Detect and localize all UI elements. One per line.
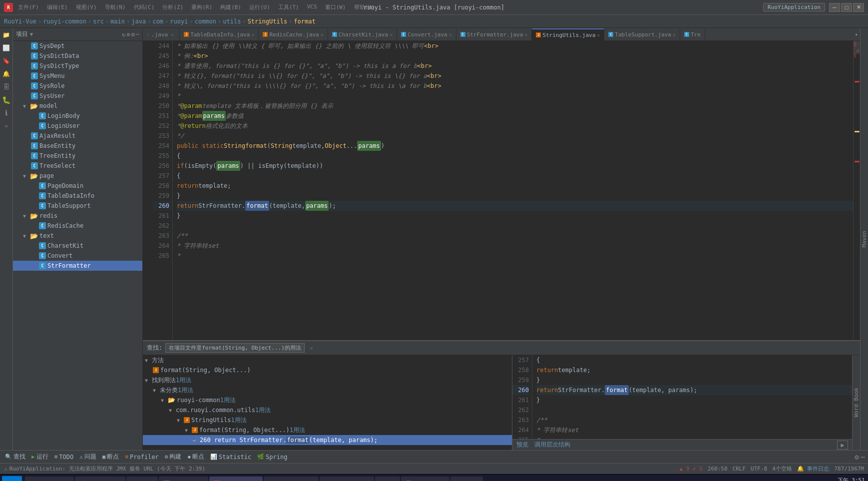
maximize-btn[interactable]: □ [841, 3, 852, 12]
maven-sidebar[interactable]: Maven [860, 28, 868, 450]
tree-class-stringutils[interactable]: ▼ J StringUtils 1用法 [143, 415, 512, 425]
toolbar-run[interactable]: ▶ 运行 [29, 452, 50, 462]
breadcrumb-item-6[interactable]: ruoyi [170, 18, 188, 25]
toolbar-todo[interactable]: ≡ TODO [52, 452, 76, 462]
tab-stringutils[interactable]: J StringUtils.java ✕ [532, 28, 604, 40]
notification-icon[interactable]: 🔔 [1, 69, 11, 79]
menu-analyze[interactable]: 分析(Z) [160, 3, 185, 11]
menu-build[interactable]: 构建(B) [218, 3, 243, 11]
toolbar-breakpoints2[interactable]: ◆ 断点 [185, 452, 206, 462]
list-item[interactable]: C CharsetKit [13, 241, 142, 251]
tab-close-icon[interactable]: ✕ [390, 32, 393, 37]
tree-methods[interactable]: ▼ 方法 [143, 355, 512, 365]
menu-view[interactable]: 视图(V) [74, 3, 99, 11]
toolbar-profiler[interactable]: ≡ Profiler [123, 452, 160, 462]
tree-ruoyi-common[interactable]: ▼ 📂 ruoyi-common 1用法 [143, 395, 512, 405]
breadcrumb-item-2[interactable]: src [93, 18, 104, 25]
list-item[interactable]: C TableSupport [13, 201, 142, 211]
bookmark-icon[interactable]: 🔖 [1, 56, 11, 66]
tab-close-icon[interactable]: ✕ [524, 32, 527, 37]
toolbar-find[interactable]: 🔍 查找 [3, 452, 27, 462]
tree-unclassified[interactable]: ▼ 未分类 1用法 [143, 385, 512, 395]
breadcrumb-item-10[interactable]: format [294, 18, 315, 25]
encoding[interactable]: UTF-8 [751, 466, 767, 472]
bottom-code-area[interactable]: 257 258 259 260 261 262 263 264 265 [512, 355, 852, 439]
toolbar-problems[interactable]: ⚠ 问题 [77, 452, 98, 462]
taskbar-app-6[interactable]: 🗄 redis管理... [320, 477, 374, 481]
sidebar-collapse-icon[interactable]: ≡ [126, 31, 130, 38]
list-item[interactable]: C LoginUser [13, 121, 142, 131]
taskbar-app-3[interactable]: 📝 若依.md... [159, 477, 208, 481]
taskbar-app-7[interactable]: ⬇ 下载 [375, 477, 400, 481]
indent[interactable]: 4个空格 [772, 465, 792, 473]
list-item[interactable]: C TreeEntity [13, 151, 142, 161]
breadcrumb-item-5[interactable]: com [152, 18, 163, 25]
taskbar-app-5[interactable]: 🌐 ruoyi-ui... [264, 477, 319, 481]
run-config[interactable]: RuoYiApplication [763, 3, 825, 11]
tree-format-method[interactable]: J format(String, Object...) [143, 365, 512, 375]
taskbar-app-1[interactable]: 📋 任务管理... [75, 477, 125, 481]
tab-tre[interactable]: C Tre [680, 28, 705, 40]
list-item[interactable]: C SysDictData [13, 51, 142, 61]
breadcrumb-item-8[interactable]: utils [223, 18, 241, 25]
sidebar-settings-icon[interactable]: ⚙ [131, 31, 135, 38]
tree-package[interactable]: ▼ com.ruoyi.common.utils 1用法 [143, 405, 512, 415]
toolbar-build[interactable]: ⚙ 构建 [163, 452, 184, 462]
tab-close-icon[interactable]: ✕ [169, 31, 175, 37]
search-close-icon[interactable]: ✕ [310, 345, 313, 352]
tree-method-format[interactable]: ▼ J format(String, Object...) 1用法 [143, 425, 512, 435]
breadcrumb-item-3[interactable]: main [110, 18, 125, 25]
taskbar-app-9[interactable]: 🖼 图... [450, 477, 483, 481]
project-icon[interactable]: 📁 [1, 30, 11, 40]
menu-window[interactable]: 窗口(W) [323, 3, 348, 11]
breadcrumb-item-7[interactable]: common [195, 18, 216, 25]
tab-overflow[interactable]: ▾ [853, 28, 860, 40]
list-item[interactable]: C Convert [13, 251, 142, 261]
tab-close-icon[interactable]: ✕ [449, 32, 452, 37]
code-content[interactable]: * 如果输出 {} 使用 \\转义 { 即可, 如果输出 {} 之前的 \ 使用… [173, 41, 853, 340]
list-item[interactable]: C SysDept [13, 41, 142, 51]
list-item[interactable]: C SysMenu [13, 71, 142, 81]
tab-close-icon[interactable]: ✕ [321, 32, 324, 37]
breadcrumb-item-1[interactable]: ruoyi-common [43, 18, 86, 25]
sidebar-sync-icon[interactable]: ↻ [122, 31, 125, 38]
list-item[interactable]: C AjaxResult [13, 131, 142, 141]
tab-tablesupport[interactable]: C TableSupport.java ✕ [604, 28, 680, 40]
minimize-btn[interactable]: ─ [829, 3, 840, 12]
sidebar-dropdown-icon[interactable]: ▼ [30, 31, 33, 37]
preview-label[interactable]: 预览 [516, 441, 528, 449]
menu-file[interactable]: 文件(F) [16, 3, 41, 11]
menu-tools[interactable]: 工具(T) [276, 3, 301, 11]
menu-vcs[interactable]: VCS [305, 3, 319, 11]
taskbar-app-4[interactable]: R ruoyi - ... [209, 477, 263, 481]
call-hierarchy-label[interactable]: 调用层次结构 [534, 441, 570, 449]
toolbar-settings-icon[interactable]: ⚙ [855, 453, 859, 461]
info-icon[interactable]: ℹ [1, 108, 11, 118]
tree-code-line[interactable]: ↩ 260 return StrFormatter.format(templat… [143, 435, 512, 445]
menu-navigate[interactable]: 导航(N) [103, 3, 128, 11]
list-item[interactable]: C TreeSelect [13, 161, 142, 171]
breadcrumb-item-9[interactable]: StringUtils [248, 18, 287, 25]
close-btn[interactable]: ✕ [853, 3, 864, 12]
start-button[interactable]: ⊞ [2, 476, 22, 481]
list-item[interactable]: C TableDataInfo [13, 191, 142, 201]
toolbar-statistic[interactable]: 📊 Statistic [208, 452, 253, 462]
menu-code[interactable]: 代码(C) [132, 3, 157, 11]
word-book-panel[interactable]: Word Book [852, 355, 860, 450]
breadcrumb-item-0[interactable]: RuoYi-Vue [4, 18, 36, 25]
taskbar-app-2[interactable]: 📹 ocam [126, 477, 158, 481]
sidebar-minimize-icon[interactable]: ─ [136, 31, 139, 38]
tree-folder-redis[interactable]: ▼ 📂 redis [13, 211, 142, 221]
navigate-btn[interactable]: ▶ [837, 441, 848, 450]
debug-icon[interactable]: 🐛 [1, 95, 11, 105]
toolbar-spring[interactable]: 🌿 Spring [255, 452, 289, 462]
taskbar-app-0[interactable]: 🗂 项目介绍... [25, 477, 74, 481]
tab-strformatter[interactable]: C StrFormatter.java ✕ [456, 28, 532, 40]
tree-found-usages[interactable]: ▼ 找到用法 1用法 [143, 375, 512, 385]
list-item[interactable]: C RedisCache [13, 221, 142, 231]
list-item[interactable]: C LoginBody [13, 111, 142, 121]
list-item[interactable]: C SysUser [13, 91, 142, 101]
event-log[interactable]: 🔔 事件日志 [797, 465, 830, 473]
tab-convert[interactable]: C Convert.java ✕ [397, 28, 456, 40]
toolbar-breakpoints[interactable]: ▣ 断点 [100, 452, 121, 462]
